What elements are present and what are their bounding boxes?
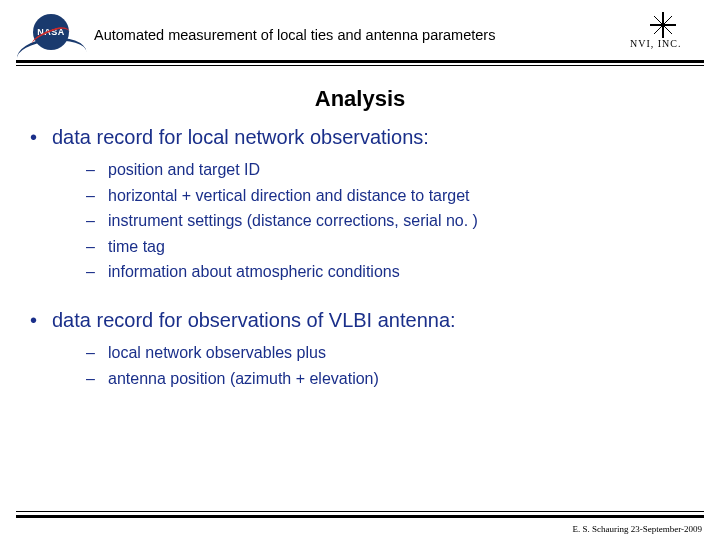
header-rule-thick bbox=[16, 60, 704, 63]
sub-bullet-item: instrument settings (distance correction… bbox=[80, 208, 694, 234]
nvi-logo-text: NVI, INC. bbox=[630, 38, 682, 49]
footer-rule-thick bbox=[16, 515, 704, 518]
header-rule-thin bbox=[16, 65, 704, 66]
sub-bullet-item: antenna position (azimuth + elevation) bbox=[80, 366, 694, 392]
bullet-list: data record for local network observatio… bbox=[26, 124, 694, 391]
slide: NASA Automated measurement of local ties… bbox=[0, 0, 720, 540]
section-title: Analysis bbox=[0, 86, 720, 112]
header: NASA Automated measurement of local ties… bbox=[0, 0, 720, 60]
sub-bullet-item: horizontal + vertical direction and dist… bbox=[80, 183, 694, 209]
bullet-text: data record for local network observatio… bbox=[52, 126, 429, 148]
footer-rule-thin bbox=[16, 511, 704, 512]
sub-bullet-item: local network observables plus bbox=[80, 340, 694, 366]
sub-bullet-item: time tag bbox=[80, 234, 694, 260]
bullet-item: data record for observations of VLBI ant… bbox=[26, 307, 694, 391]
sub-bullet-item: information about atmospheric conditions bbox=[80, 259, 694, 285]
nvi-logo-icon: NVI, INC. bbox=[624, 10, 704, 56]
content: data record for local network observatio… bbox=[0, 124, 720, 391]
sub-bullet-list: position and target ID horizontal + vert… bbox=[52, 157, 694, 285]
header-title: Automated measurement of local ties and … bbox=[86, 23, 624, 43]
bullet-item: data record for local network observatio… bbox=[26, 124, 694, 285]
bullet-text: data record for observations of VLBI ant… bbox=[52, 309, 456, 331]
sub-bullet-list: local network observables plus antenna p… bbox=[52, 340, 694, 391]
sub-bullet-item: position and target ID bbox=[80, 157, 694, 183]
nasa-logo-icon: NASA bbox=[16, 12, 86, 54]
footer-text: E. S. Schauring 23-September-2009 bbox=[572, 524, 702, 534]
